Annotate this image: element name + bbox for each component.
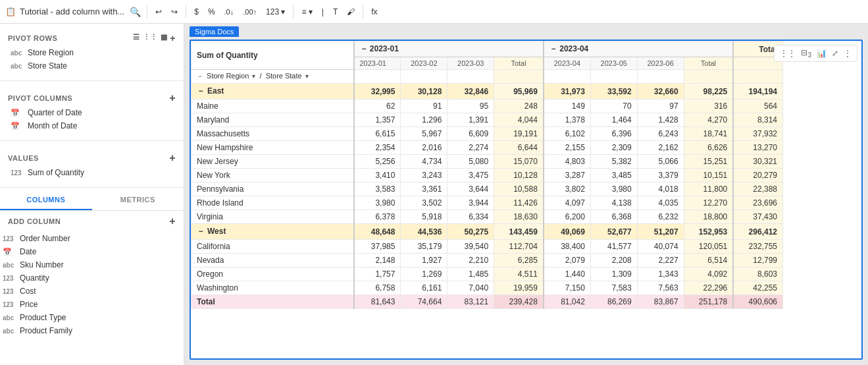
table-cell: 74,664: [401, 295, 447, 309]
text-format-button[interactable]: T: [330, 6, 340, 18]
filter-icon[interactable]: ⊟3: [800, 47, 813, 60]
type-cal-icon: 📅: [11, 109, 24, 117]
collapse-g1[interactable]: －: [360, 44, 368, 53]
row-item-label-2: Store State: [28, 61, 67, 70]
pivot-body: －East32,99530,12832,84695,96931,97333,59…: [191, 84, 783, 309]
state-label: Store State: [266, 72, 302, 80]
col-item-cost[interactable]: 123 Cost: [0, 285, 184, 298]
add-row-icon[interactable]: +: [170, 33, 176, 43]
list-icon[interactable]: ☰: [133, 33, 140, 43]
percent-button[interactable]: %: [205, 6, 218, 18]
tab-columns[interactable]: COLUMNS: [0, 190, 92, 210]
redo-button[interactable]: ↪: [168, 6, 180, 18]
values-header: VALUES +: [8, 149, 176, 166]
table-cell: 23,696: [733, 196, 782, 210]
chart-icon[interactable]: 📊: [815, 47, 828, 59]
collapse-region[interactable]: －: [197, 72, 203, 80]
region-dropdown[interactable]: ▾: [252, 72, 255, 80]
table-cell: 32,995: [354, 84, 401, 99]
number-format-button[interactable]: 123 ▾: [263, 6, 288, 18]
pivot-top-right-icons: ⋮⋮ ⊟3 📊 ⤢ ⋮: [774, 45, 857, 62]
table-cell: 12,270: [684, 196, 733, 210]
decimal-down-button[interactable]: .0↓: [222, 7, 237, 17]
pivot-rows-header: PIVOT ROWS ☰ ⋮⋮ ▦ +: [8, 29, 176, 46]
sigma-docs-label[interactable]: Sigma Docs: [190, 26, 239, 37]
col-item-product-type[interactable]: abc Product Type: [0, 311, 184, 324]
value-item-sum-quantity[interactable]: 123 Sum of Quantity: [8, 166, 176, 179]
child-label-cell: Pennsylvania: [191, 182, 354, 196]
table-cell: 7,583: [590, 281, 637, 295]
table-cell: 6,758: [354, 281, 401, 295]
align-button[interactable]: ≡ ▾: [299, 6, 315, 18]
tab-title: 📋 Tutorial - add column with...: [5, 7, 124, 16]
grid-icon[interactable]: ⋮⋮: [779, 47, 797, 59]
table-cell: 2,210: [447, 254, 494, 267]
col-item-price[interactable]: 123 Price: [0, 298, 184, 311]
table-cell: 38,400: [544, 240, 590, 254]
currency-button[interactable]: $: [191, 6, 201, 18]
pivot-rows-section: PIVOT ROWS ☰ ⋮⋮ ▦ + abc Store Region abc…: [0, 24, 184, 78]
state-dropdown[interactable]: ▾: [305, 72, 309, 80]
add-col-icon[interactable]: +: [169, 93, 176, 103]
collapse-group[interactable]: －: [197, 86, 205, 96]
col-item-quarter[interactable]: 📅 Quarter of Date: [8, 106, 176, 119]
type-abc-sku: abc: [3, 262, 16, 269]
list-alt-icon[interactable]: ⋮⋮: [143, 33, 158, 43]
add-column-label: ADD COLUMN: [8, 217, 61, 225]
col-item-quantity[interactable]: 123 Quantity: [0, 271, 184, 285]
table-cell: 8,603: [733, 267, 782, 281]
col-item-date[interactable]: 📅 Date: [0, 245, 184, 258]
collapse-g2[interactable]: －: [549, 44, 557, 53]
table-cell: 10,151: [684, 169, 733, 182]
table-cell: 5,382: [590, 155, 637, 169]
decimal-up-button[interactable]: .00↑: [240, 7, 259, 17]
table-cell: 1,428: [637, 113, 684, 127]
table-cell: 1,757: [354, 267, 401, 281]
tab-metrics[interactable]: METRICS: [92, 190, 184, 210]
table-cell: 3,485: [590, 169, 637, 182]
table-row: New Jersey5,2564,7345,08015,0704,8035,38…: [191, 155, 783, 169]
table-view-icon[interactable]: ▦: [161, 33, 168, 43]
table-cell: 18,741: [684, 127, 733, 141]
group-header-2023-01: － 2023-01: [354, 42, 544, 57]
table-cell: 51,207: [637, 224, 684, 240]
row-item-store-state[interactable]: abc Store State: [8, 59, 176, 72]
add-values-icon[interactable]: +: [169, 153, 176, 163]
collapse-group[interactable]: －: [197, 227, 205, 236]
child-label-cell: Nevada: [191, 254, 354, 267]
more-icon[interactable]: ⋮: [842, 47, 853, 59]
child-label-cell: Rhode Island: [191, 196, 354, 210]
undo-button[interactable]: ↩: [153, 6, 165, 18]
table-cell: 91: [401, 99, 447, 113]
table-cell: 62: [354, 99, 401, 113]
type-123-price: 123: [3, 301, 16, 308]
table-cell: 4,092: [684, 267, 733, 281]
formula-button[interactable]: fx: [369, 6, 380, 18]
sidebar-tabs: COLUMNS METRICS: [0, 190, 184, 211]
window-title: Tutorial - add column with...: [20, 7, 124, 16]
search-icon[interactable]: 🔍: [128, 5, 141, 18]
col-item-sku[interactable]: abc Sku Number: [0, 258, 184, 271]
table-cell: 8,314: [733, 113, 782, 127]
table-row: Pennsylvania3,5833,3613,64410,5883,8023,…: [191, 182, 783, 196]
table-cell: 6,334: [447, 210, 494, 224]
header-row-labels: － Store Region ▾ / Store State ▾: [191, 70, 783, 84]
col-item-order-number[interactable]: 123 Order Number: [0, 232, 184, 245]
table-cell: 1,927: [401, 254, 447, 267]
table-cell: 6,514: [684, 254, 733, 267]
row-item-store-region[interactable]: abc Store Region: [8, 46, 176, 59]
table-cell: 81,042: [544, 295, 590, 309]
table-cell: 32,846: [447, 84, 494, 99]
paint-button[interactable]: 🖌: [344, 6, 357, 18]
table-cell: 6,102: [544, 127, 590, 141]
separator-button[interactable]: |: [319, 6, 326, 18]
table-cell: 120,051: [684, 240, 733, 254]
col-item-month[interactable]: 📅 Month of Date: [8, 119, 176, 132]
month-2023-02-h: 2023-02: [401, 57, 447, 70]
expand-icon[interactable]: ⤢: [830, 47, 840, 59]
table-cell: 5,256: [354, 155, 401, 169]
type-123-order: 123: [3, 235, 16, 242]
col-item-product-family[interactable]: abc Product Family: [0, 324, 184, 337]
add-column-plus[interactable]: +: [169, 216, 176, 227]
table-cell: 50,275: [447, 224, 494, 240]
